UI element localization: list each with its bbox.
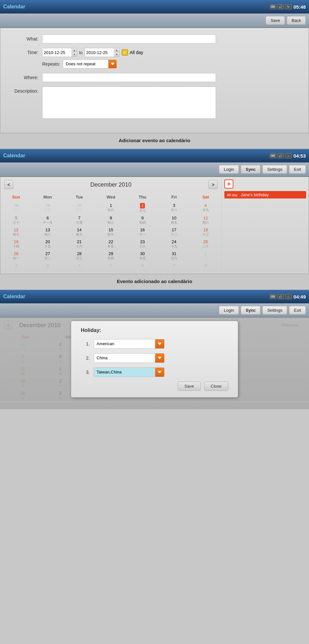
table-row[interactable]: 23十八 bbox=[127, 238, 158, 250]
settings-button-2[interactable]: Settings bbox=[262, 165, 287, 174]
save-button-1[interactable]: Save bbox=[266, 16, 285, 25]
date-from-wrap: ▲ ▼ bbox=[42, 48, 77, 57]
settings-button-3[interactable]: Settings bbox=[262, 306, 287, 315]
table-row[interactable]: 4廿九 bbox=[190, 202, 221, 215]
table-row[interactable]: 27廿二 bbox=[32, 250, 63, 262]
topbar-3: Calendar ⌨ 🔊 ○ 04:49 bbox=[0, 290, 309, 303]
table-row[interactable]: 22冬至 bbox=[95, 238, 126, 250]
allday-checkbox[interactable]: ✓ bbox=[122, 49, 128, 56]
chevron-down-icon-h3 bbox=[158, 371, 162, 373]
table-row[interactable]: 6十一月 bbox=[32, 214, 63, 226]
table-row[interactable]: 3廿九 bbox=[32, 262, 63, 274]
table-row[interactable]: 28廿三 bbox=[63, 250, 95, 262]
keyboard-icon: ⌨ bbox=[270, 4, 276, 9]
table-row[interactable]: 5初二 bbox=[95, 262, 126, 274]
cal-right-2: + All day Jane's birthday bbox=[222, 177, 309, 274]
table-row[interactable]: 13初八 bbox=[32, 226, 63, 238]
holiday-dropdown-1[interactable]: American bbox=[94, 339, 164, 349]
what-input[interactable] bbox=[42, 34, 216, 43]
dialog-close-button[interactable]: Close bbox=[204, 382, 228, 391]
table-row[interactable]: 15初十 bbox=[95, 226, 126, 238]
login-button-3[interactable]: Login bbox=[219, 306, 239, 315]
col-tue-2: Tue bbox=[63, 193, 95, 202]
next-month-button-2[interactable]: > bbox=[209, 180, 218, 189]
table-row[interactable]: 20十五 bbox=[32, 238, 63, 250]
repeat-dropdown[interactable]: Does not repeat bbox=[63, 60, 117, 69]
description-row: Description: bbox=[10, 87, 299, 119]
dialog-save-button[interactable]: Save bbox=[178, 382, 201, 391]
where-input[interactable] bbox=[42, 73, 216, 82]
clock-3: 04:49 bbox=[294, 294, 306, 299]
table-row[interactable]: 7初四 bbox=[158, 262, 190, 274]
event-bar-2[interactable]: All day Jane's birthday bbox=[224, 191, 306, 198]
holiday-arrow-2[interactable] bbox=[155, 354, 164, 363]
table-row[interactable]: 29廿四 bbox=[95, 250, 126, 262]
col-thu-2: Thu bbox=[127, 193, 158, 202]
table-row[interactable]: 6小寒 bbox=[127, 262, 158, 274]
date-to-down[interactable]: ▼ bbox=[114, 52, 119, 57]
cal-left-2: < December 2010 > Sun Mon Tue Wed Thu Fr… bbox=[0, 177, 222, 274]
date-from-spin: ▲ ▼ bbox=[71, 48, 77, 57]
prev-month-button-2[interactable]: < bbox=[4, 180, 13, 189]
description-input[interactable] bbox=[42, 87, 216, 119]
date-to-wrap: ▲ ▼ bbox=[85, 48, 120, 57]
table-row[interactable]: 11初六 bbox=[190, 214, 221, 226]
table-row[interactable]: 8初五 bbox=[190, 262, 221, 274]
dialog-overlay-3: Holiday: 1. American 2. China bbox=[0, 317, 309, 409]
table-row[interactable]: 16十一 bbox=[127, 226, 158, 238]
what-label: What: bbox=[10, 34, 42, 41]
table-row[interactable]: 29廿四 bbox=[32, 202, 63, 215]
table-row[interactable]: 25二十 bbox=[190, 238, 221, 250]
table-row[interactable]: 30廿五 bbox=[127, 250, 158, 262]
sync-button-3[interactable]: Sync bbox=[241, 306, 260, 315]
login-button-2[interactable]: Login bbox=[219, 165, 239, 174]
table-row[interactable]: 1廿七 bbox=[190, 250, 221, 262]
table-row[interactable]: 24十九 bbox=[158, 238, 190, 250]
calendar-container-2: < December 2010 > Sun Mon Tue Wed Thu Fr… bbox=[0, 177, 309, 274]
table-row[interactable]: 26廿一 bbox=[0, 250, 32, 262]
volume-icon-2: 🔊 bbox=[277, 153, 284, 158]
table-row[interactable]: 31廿六 bbox=[158, 250, 190, 262]
date-to-input[interactable] bbox=[85, 48, 114, 57]
form-panel-1: What: Time: ▲ ▼ to ▲ ▼ bbox=[0, 28, 309, 133]
exit-button-2[interactable]: Exit bbox=[289, 165, 306, 174]
holiday-arrow-3[interactable] bbox=[155, 368, 164, 377]
screen1: Calendar ⌨ 🔊 ↻ 05:48 Save Back What: Tim… bbox=[0, 0, 309, 149]
table-row[interactable]: 4十二月 bbox=[63, 262, 95, 274]
table-row[interactable]: 1廿六 bbox=[95, 202, 126, 215]
dialog-title: Holiday: bbox=[81, 327, 228, 333]
table-row[interactable]: 2廿七 bbox=[127, 202, 158, 215]
table-row[interactable]: 2廿八 bbox=[0, 262, 32, 274]
sync-button-2[interactable]: Sync bbox=[241, 165, 260, 174]
date-from-up[interactable]: ▲ bbox=[72, 48, 77, 52]
holiday-arrow-1[interactable] bbox=[155, 339, 164, 348]
table-row[interactable]: 17十二 bbox=[158, 226, 190, 238]
table-row[interactable]: 21十六 bbox=[63, 238, 95, 250]
repeat-arrow[interactable] bbox=[108, 60, 117, 68]
holiday-dropdown-2[interactable]: China bbox=[94, 353, 164, 363]
holiday-num-3: 3. bbox=[81, 370, 94, 375]
table-row[interactable]: 19十四 bbox=[0, 238, 32, 250]
back-button-1[interactable]: Back bbox=[287, 16, 306, 25]
date-from-down[interactable]: ▼ bbox=[72, 52, 77, 57]
time-row: Time: ▲ ▼ to ▲ ▼ bbox=[10, 48, 299, 57]
table-row[interactable]: 12初七 bbox=[0, 226, 32, 238]
table-row[interactable]: 5三十 bbox=[0, 214, 32, 226]
time-controls: ▲ ▼ to ▲ ▼ ✓ All day bbox=[42, 48, 143, 57]
table-row[interactable]: 10初五 bbox=[158, 214, 190, 226]
table-row[interactable]: 28廿三 bbox=[0, 202, 32, 215]
table-row[interactable]: 30廿五 bbox=[63, 202, 95, 215]
table-row[interactable]: 18十三 bbox=[190, 226, 221, 238]
holiday-dropdown-3[interactable]: Taiwan,China bbox=[94, 367, 164, 377]
table-row[interactable]: 7大雪 bbox=[63, 214, 95, 226]
add-event-button-2[interactable]: + bbox=[224, 179, 233, 189]
table-row[interactable]: 14初九 bbox=[63, 226, 95, 238]
exit-button-3[interactable]: Exit bbox=[289, 306, 306, 315]
table-row[interactable]: 3廿八 bbox=[158, 202, 190, 215]
app-title-3: Calendar bbox=[3, 294, 25, 299]
date-from-input[interactable] bbox=[42, 48, 71, 57]
table-row[interactable]: 9初四 bbox=[127, 214, 158, 226]
holiday-row-1: 1. American bbox=[81, 339, 228, 349]
date-to-up[interactable]: ▲ bbox=[114, 48, 119, 52]
table-row[interactable]: 8初三 bbox=[95, 214, 126, 226]
